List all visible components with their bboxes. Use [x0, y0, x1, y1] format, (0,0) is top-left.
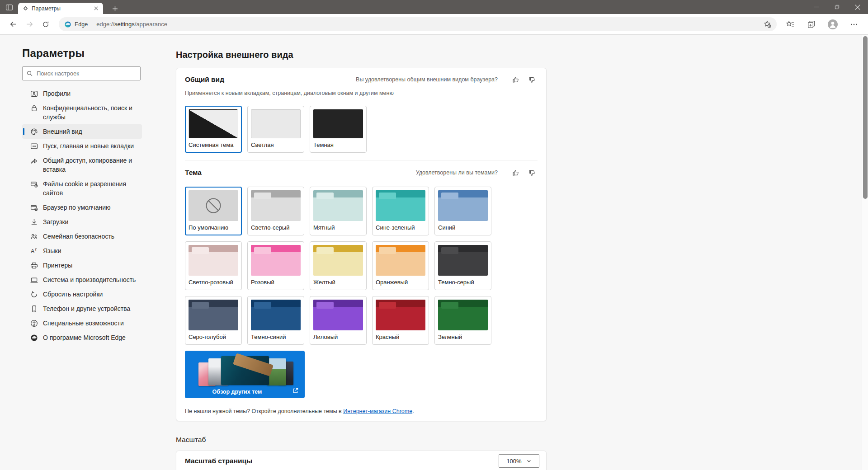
sidebar-item-family-safety[interactable]: Семейная безопасность: [22, 229, 142, 244]
theme-thumbnail-dark-blue: [251, 300, 301, 330]
refresh-button[interactable]: [39, 18, 52, 31]
sidebar-item-label: Загрузки: [43, 217, 68, 226]
theme-thumbnail-slate-blue: [189, 300, 238, 330]
sidebar-item-default-browser[interactable]: Браузер по умолчанию: [22, 200, 142, 215]
add-favorite-icon[interactable]: [764, 20, 771, 28]
theme-option-mint[interactable]: Мятный: [310, 187, 367, 235]
general-feedback-text: Вы удовлетворены общим внешним видом бра…: [356, 76, 498, 83]
browse-themes-banner[interactable]: Обзор других тем: [185, 351, 305, 398]
theme-option-label: По умолчанию: [189, 224, 238, 231]
downloads-icon: [30, 218, 38, 226]
settings-content: Настройка внешнего вида Общий вид Вы удо…: [176, 35, 547, 470]
theme-option-yellow[interactable]: Желтый: [310, 241, 367, 290]
appearance-option-dark[interactable]: Темная: [310, 106, 367, 153]
restore-button[interactable]: [826, 0, 847, 14]
theme-option-slate-blue[interactable]: Серо-голубой: [185, 296, 242, 345]
profiles-icon: [30, 89, 38, 98]
appearance-thumbnail-dark: [313, 109, 363, 138]
appearance-card: Общий вид Вы удовлетворены общим внешним…: [176, 68, 547, 421]
collections-icon[interactable]: [804, 18, 819, 31]
appearance-option-system[interactable]: Системная тема: [185, 106, 242, 153]
theme-option-red[interactable]: Красный: [372, 296, 429, 345]
thumbs-up-button[interactable]: [510, 74, 521, 85]
favorites-icon[interactable]: [783, 18, 798, 31]
theme-option-pink[interactable]: Розовый: [247, 241, 304, 290]
forward-button[interactable]: [23, 18, 36, 31]
theme-option-blue[interactable]: Синий: [434, 187, 491, 235]
browser-toolbar: Edge edge://settings/appearance: [0, 14, 868, 35]
theme-option-label: Мятный: [313, 224, 363, 231]
minimize-button[interactable]: [806, 0, 826, 14]
sidebar-item-start-home[interactable]: Пуск, главная и новые вкладки: [22, 139, 142, 153]
theme-option-dark-gray[interactable]: Темно-серый: [434, 241, 491, 290]
page-zoom-label: Масштаб страницы: [185, 457, 252, 465]
theme-thumbnail-red: [376, 300, 425, 330]
close-button[interactable]: [847, 0, 868, 14]
theme-option-orange[interactable]: Оранжевый: [372, 241, 429, 290]
settings-search[interactable]: [22, 66, 141, 80]
tab-actions-menu-icon[interactable]: [5, 3, 14, 12]
system-icon: [30, 276, 38, 284]
sidebar-item-downloads[interactable]: Загрузки: [22, 215, 142, 229]
theme-option-dark-blue[interactable]: Темно-синий: [247, 296, 304, 345]
thumbs-up-button[interactable]: [510, 167, 521, 178]
languages-icon: At: [30, 247, 38, 255]
theme-thumbnail-yellow: [313, 245, 363, 276]
new-tab-button[interactable]: [110, 4, 120, 14]
thumbs-down-button[interactable]: [527, 74, 538, 85]
thumbs-down-button[interactable]: [527, 167, 538, 178]
back-button[interactable]: [6, 18, 20, 31]
search-input[interactable]: [37, 70, 137, 77]
theme-option-label: Сине-зеленый: [376, 224, 425, 231]
theme-option-default[interactable]: По умолчанию: [185, 187, 242, 235]
sidebar-item-languages[interactable]: AtЯзыки: [22, 244, 142, 258]
sidebar-item-share-copy-paste[interactable]: Общий доступ, копирование и вставка: [22, 153, 142, 177]
appearance-thumbnail-system: [189, 109, 238, 138]
sidebar-item-appearance[interactable]: Внешний вид: [22, 124, 142, 139]
profile-avatar[interactable]: [825, 18, 840, 31]
settings-sidebar: Параметры ПрофилиКонфиденциальность, пои…: [0, 35, 172, 470]
theme-option-label: Розовый: [251, 279, 301, 286]
chrome-store-link[interactable]: Интернет-магазин Chrome: [343, 408, 412, 414]
theme-thumbnail-mint: [313, 190, 363, 221]
browser-tab[interactable]: Параметры: [18, 3, 103, 14]
theme-option-label: Светло-серый: [251, 224, 301, 231]
zoom-level-select[interactable]: 100%: [499, 454, 539, 468]
sidebar-item-accessibility[interactable]: Специальные возможности: [22, 316, 142, 330]
theme-thumbnail-dark-gray: [438, 245, 488, 276]
sidebar-item-label: О программе Microsoft Edge: [43, 333, 126, 342]
privacy-icon: [30, 104, 38, 112]
appearance-option-label: Светлая: [251, 141, 301, 148]
page-scrollbar[interactable]: [862, 35, 868, 470]
theme-option-light-pink[interactable]: Светло-розовый: [185, 241, 242, 290]
sidebar-item-reset-settings[interactable]: Сбросить настройки: [22, 287, 142, 301]
address-bar[interactable]: Edge edge://settings/appearance: [59, 17, 777, 31]
theme-section-title: Тема: [185, 169, 202, 177]
sidebar-item-about-edge[interactable]: О программе Microsoft Edge: [22, 330, 142, 345]
sidebar-item-profiles[interactable]: Профили: [22, 86, 142, 101]
appearance-option-light[interactable]: Светлая: [247, 106, 304, 153]
sidebar-item-cookies[interactable]: Файлы cookie и разрешения сайтов: [22, 177, 142, 200]
sidebar-item-privacy[interactable]: Конфиденциальность, поиск и службы: [22, 101, 142, 124]
theme-option-green[interactable]: Зеленый: [434, 296, 491, 345]
scrollbar-thumb[interactable]: [863, 36, 868, 199]
url-text: edge://settings/appearance: [96, 21, 167, 28]
theme-thumbnail-light-gray: [251, 190, 301, 221]
sidebar-item-phone-devices[interactable]: Телефон и другие устройства: [22, 301, 142, 316]
svg-text:A: A: [31, 248, 35, 254]
tab-title: Параметры: [32, 5, 92, 12]
settings-menu-icon[interactable]: [846, 18, 862, 31]
family-icon: [30, 232, 38, 240]
sidebar-item-label: Система и производительность: [43, 275, 136, 284]
sidebar-item-system-performance[interactable]: Система и производительность: [22, 273, 142, 287]
sidebar-item-label: Браузер по умолчанию: [43, 203, 111, 212]
theme-option-label: Светло-розовый: [189, 279, 238, 286]
tab-close-icon[interactable]: [92, 5, 99, 12]
store-hint: Не нашли нужной темы? Откройте дополните…: [185, 408, 538, 414]
sidebar-item-printers[interactable]: Принтеры: [22, 258, 142, 273]
theme-thumbnail-blue: [438, 190, 488, 221]
reset-icon: [30, 290, 38, 298]
theme-option-light-gray[interactable]: Светло-серый: [247, 187, 304, 235]
theme-option-teal[interactable]: Сине-зеленый: [372, 187, 429, 235]
theme-option-purple[interactable]: Лиловый: [310, 296, 367, 345]
